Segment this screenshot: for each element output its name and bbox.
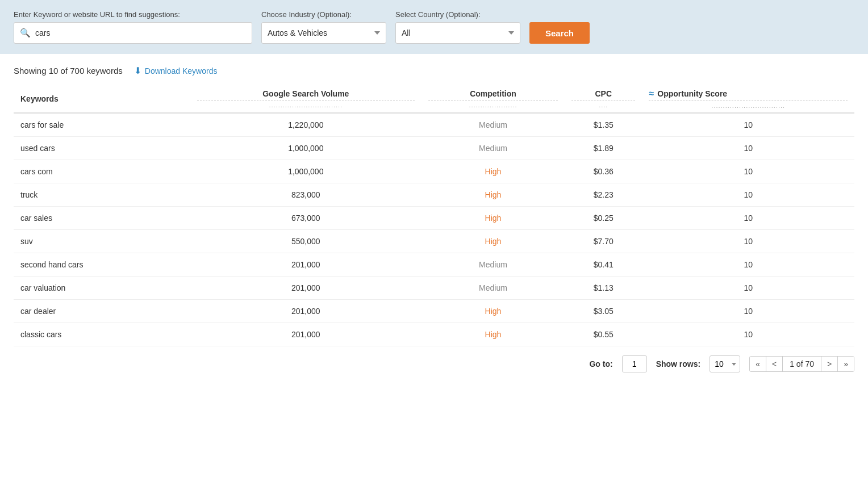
cell-keyword: cars com (14, 160, 190, 183)
keyword-input[interactable] (35, 28, 246, 37)
cell-competition: High (422, 160, 565, 183)
cell-score: 10 (642, 253, 854, 277)
industry-field-group: Choose Industry (Optional): Autos & Vehi… (261, 10, 386, 44)
cell-cpc: $0.55 (565, 323, 642, 346)
search-icon: 🔍 (20, 28, 31, 38)
download-icon: ⬇ (134, 65, 141, 76)
cell-keyword: truck (14, 183, 190, 207)
col-keywords: Keywords (14, 83, 190, 113)
keywords-table: Keywords Google Search Volume ..........… (14, 83, 854, 346)
cell-cpc: $0.41 (565, 253, 642, 277)
col-cpc: CPC .... (565, 83, 642, 113)
cell-cpc: $3.05 (565, 300, 642, 323)
cell-volume: 1,220,000 (190, 113, 422, 137)
cell-cpc: $1.89 (565, 137, 642, 160)
first-page-button[interactable]: « (750, 357, 766, 371)
keyword-field-group: Enter Keyword or website URL to find sug… (14, 10, 252, 44)
showrows-label: Show rows: (656, 359, 701, 368)
cell-competition: Medium (422, 137, 565, 160)
table-row: suv 550,000 High $7.70 10 (14, 230, 854, 253)
opportunity-sub: ................................ (649, 100, 848, 109)
cell-volume: 823,000 (190, 183, 422, 207)
goto-label: Go to: (589, 359, 612, 368)
cell-competition: High (422, 300, 565, 323)
table-body: cars for sale 1,220,000 Medium $1.35 10 … (14, 113, 854, 346)
country-select[interactable]: All United States United Kingdom Austral… (395, 22, 520, 44)
cell-keyword: classic cars (14, 323, 190, 346)
country-label: Select Country (Optional): (395, 10, 520, 19)
cell-volume: 201,000 (190, 253, 422, 277)
results-header: Showing 10 of 700 keywords ⬇ Download Ke… (0, 54, 868, 83)
cell-competition: High (422, 230, 565, 253)
table-row: cars com 1,000,000 High $0.36 10 (14, 160, 854, 183)
cell-volume: 1,000,000 (190, 137, 422, 160)
cell-competition: High (422, 207, 565, 230)
cell-score: 10 (642, 183, 854, 207)
cell-score: 10 (642, 300, 854, 323)
showrows-select[interactable]: 10 5 25 50 100 (710, 355, 740, 372)
cell-score: 10 (642, 207, 854, 230)
next-page-button[interactable]: > (821, 357, 838, 371)
waves-icon: ≈ (649, 89, 654, 99)
cell-volume: 550,000 (190, 230, 422, 253)
col-competition: Competition ..................... (422, 83, 565, 113)
table-row: truck 823,000 High $2.23 10 (14, 183, 854, 207)
volume-sub: ................................ (197, 100, 415, 108)
search-button[interactable]: Search (529, 22, 590, 44)
cell-competition: Medium (422, 253, 565, 277)
cell-keyword: second hand cars (14, 253, 190, 277)
page-info: 1 of 70 (783, 357, 821, 371)
cell-competition: Medium (422, 113, 565, 137)
competition-sub: ..................... (428, 100, 558, 108)
prev-page-button[interactable]: < (766, 357, 783, 371)
cell-competition: High (422, 183, 565, 207)
keyword-label: Enter Keyword or website URL to find sug… (14, 10, 252, 19)
cell-score: 10 (642, 160, 854, 183)
cell-volume: 201,000 (190, 277, 422, 300)
goto-input[interactable] (622, 355, 647, 372)
table-row: cars for sale 1,220,000 Medium $1.35 10 (14, 113, 854, 137)
cell-keyword: cars for sale (14, 113, 190, 137)
cell-score: 10 (642, 323, 854, 346)
industry-select[interactable]: Autos & Vehicles All Industries Arts & E… (261, 22, 386, 44)
table-row: classic cars 201,000 High $0.55 10 (14, 323, 854, 346)
cell-keyword: car dealer (14, 300, 190, 323)
table-header-row: Keywords Google Search Volume ..........… (14, 83, 854, 113)
col-opportunity: ≈ Opportunity Score ....................… (642, 83, 854, 113)
cell-keyword: car valuation (14, 277, 190, 300)
cell-volume: 673,000 (190, 207, 422, 230)
last-page-button[interactable]: » (838, 357, 854, 371)
cell-cpc: $7.70 (565, 230, 642, 253)
table-row: car valuation 201,000 Medium $1.13 10 (14, 277, 854, 300)
cell-score: 10 (642, 113, 854, 137)
cell-keyword: car sales (14, 207, 190, 230)
table-row: used cars 1,000,000 Medium $1.89 10 (14, 137, 854, 160)
download-keywords-link[interactable]: ⬇ Download Keywords (134, 65, 218, 76)
table-row: second hand cars 201,000 Medium $0.41 10 (14, 253, 854, 277)
cell-volume: 201,000 (190, 300, 422, 323)
cell-cpc: $1.13 (565, 277, 642, 300)
cell-cpc: $2.23 (565, 183, 642, 207)
cell-keyword: used cars (14, 137, 190, 160)
industry-label: Choose Industry (Optional): (261, 10, 386, 19)
page-nav: « < 1 of 70 > » (749, 356, 854, 372)
table-row: car dealer 201,000 High $3.05 10 (14, 300, 854, 323)
cell-cpc: $0.36 (565, 160, 642, 183)
results-count: Showing 10 of 700 keywords (14, 66, 123, 76)
cell-volume: 1,000,000 (190, 160, 422, 183)
table-row: car sales 673,000 High $0.25 10 (14, 207, 854, 230)
download-label: Download Keywords (145, 66, 218, 76)
cell-volume: 201,000 (190, 323, 422, 346)
keywords-table-container: Keywords Google Search Volume ..........… (0, 83, 868, 346)
col-volume: Google Search Volume ...................… (190, 83, 422, 113)
search-bar: Enter Keyword or website URL to find sug… (0, 0, 868, 54)
cell-score: 10 (642, 137, 854, 160)
cell-competition: Medium (422, 277, 565, 300)
pagination-row: Go to: Show rows: 10 5 25 50 100 « < 1 o… (0, 346, 868, 382)
cell-cpc: $0.25 (565, 207, 642, 230)
cell-competition: High (422, 323, 565, 346)
cpc-sub: .... (571, 100, 635, 108)
cell-score: 10 (642, 230, 854, 253)
cell-cpc: $1.35 (565, 113, 642, 137)
country-field-group: Select Country (Optional): All United St… (395, 10, 520, 44)
